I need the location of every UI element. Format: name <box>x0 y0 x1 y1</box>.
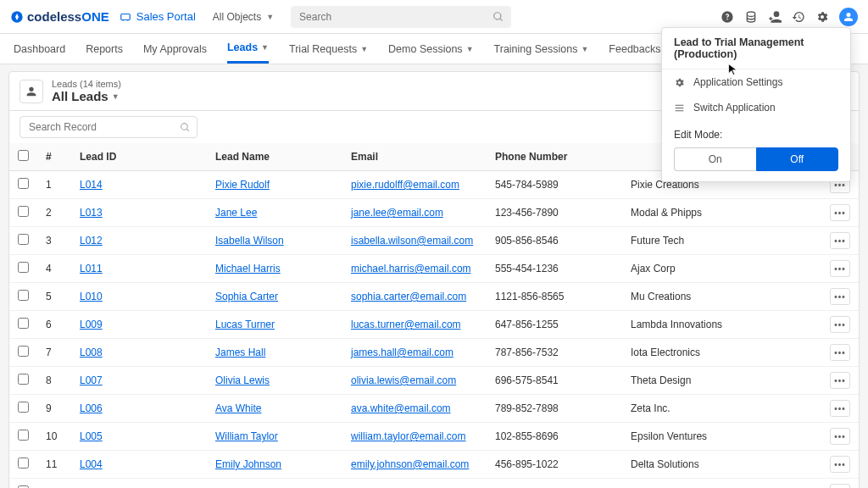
row-actions-button[interactable]: ••• <box>830 232 850 249</box>
user-add-icon[interactable] <box>768 10 782 24</box>
tab-demosessions[interactable]: Demo Sessions ▼ <box>388 34 473 64</box>
col-lead-name[interactable]: Lead Name <box>207 143 342 171</box>
col-phone[interactable]: Phone Number <box>487 143 622 171</box>
switch-app-item[interactable]: Switch Application <box>662 95 850 120</box>
lead-id-link[interactable]: L004 <box>80 458 103 470</box>
global-search-input[interactable] <box>291 6 511 28</box>
lead-email-link[interactable]: lucas.turner@email.com <box>351 319 461 330</box>
lead-company: Epsilon Ventures <box>622 423 821 451</box>
row-checkbox[interactable] <box>18 374 29 385</box>
lead-email-link[interactable]: ava.white@email.com <box>351 402 451 414</box>
lead-id-link[interactable]: L008 <box>80 347 103 358</box>
row-checkbox[interactable] <box>18 206 29 217</box>
lead-phone: 787-856-7532 <box>487 339 622 367</box>
lead-email-link[interactable]: jane.lee@email.com <box>351 207 443 219</box>
row-actions-button[interactable]: ••• <box>830 204 850 221</box>
caret-down-icon: ▼ <box>266 13 274 21</box>
row-actions-button[interactable]: ••• <box>830 316 850 333</box>
tab-trainingsessions[interactable]: Training Sessions ▼ <box>494 34 589 64</box>
row-actions-button[interactable]: ••• <box>830 456 850 473</box>
history-icon[interactable] <box>792 10 805 24</box>
row-number: 3 <box>37 227 71 255</box>
lead-id-link[interactable]: L012 <box>80 235 103 247</box>
row-number: 1 <box>37 171 71 199</box>
lead-name-link[interactable]: William Taylor <box>215 430 278 442</box>
brand-logo[interactable]: codelessONE <box>10 9 109 24</box>
object-selector[interactable]: All Objects ▼ <box>206 11 281 23</box>
page-title[interactable]: All Leads ▼ <box>52 89 121 103</box>
select-all-checkbox[interactable] <box>18 150 29 161</box>
lead-id-link[interactable]: L005 <box>80 430 103 442</box>
tab-myapprovals[interactable]: My Approvals <box>143 34 207 64</box>
lead-email-link[interactable]: pixie.rudolff@email.com <box>351 179 459 191</box>
lead-email-link[interactable]: emily.johnson@email.com <box>351 458 469 470</box>
app-settings-item[interactable]: Application Settings <box>662 69 850 95</box>
table-row: 3L012Isabella Wilsonisabella.wilson@emai… <box>9 227 859 255</box>
tab-leads[interactable]: Leads ▼ <box>227 34 269 64</box>
tab-reports[interactable]: Reports <box>86 34 123 64</box>
row-actions-button[interactable]: ••• <box>830 344 850 361</box>
lead-email-link[interactable]: michael.harris@email.com <box>351 263 471 274</box>
gear-icon[interactable] <box>815 10 829 24</box>
lead-email-link[interactable]: william.taylor@email.com <box>351 430 466 442</box>
lead-id-link[interactable]: L011 <box>80 263 103 274</box>
leads-table: # Lead ID Lead Name Email Phone Number 1… <box>8 143 860 488</box>
database-icon[interactable] <box>744 10 758 24</box>
row-number: 11 <box>37 451 71 479</box>
table-row: 6L009Lucas Turnerlucas.turner@email.com6… <box>9 311 859 339</box>
lead-id-link[interactable]: L009 <box>80 319 103 330</box>
row-actions-button[interactable]: ••• <box>830 484 850 488</box>
help-icon[interactable] <box>721 10 734 24</box>
row-actions-button[interactable]: ••• <box>830 288 850 305</box>
row-checkbox[interactable] <box>18 262 29 273</box>
col-lead-id[interactable]: Lead ID <box>71 143 207 171</box>
tab-dashboard[interactable]: Dashboard <box>14 34 65 64</box>
lead-phone: 905-856-8546 <box>487 227 622 255</box>
lead-company: Gamma Tech <box>622 479 821 489</box>
search-record-input[interactable] <box>19 116 198 138</box>
lead-id-link[interactable]: L007 <box>80 374 103 386</box>
portal-selector[interactable]: Sales Portal <box>120 10 196 23</box>
row-checkbox[interactable] <box>18 402 29 413</box>
row-checkbox[interactable] <box>18 178 29 189</box>
lead-name-link[interactable]: Emily Johnson <box>215 458 281 470</box>
col-number[interactable]: # <box>37 143 71 171</box>
caret-down-icon: ▼ <box>581 45 588 53</box>
lead-email-link[interactable]: olivia.lewis@email.com <box>351 374 456 386</box>
user-avatar[interactable] <box>839 8 858 26</box>
row-checkbox[interactable] <box>18 346 29 357</box>
col-email[interactable]: Email <box>342 143 487 171</box>
lead-id-link[interactable]: L013 <box>80 207 103 219</box>
row-actions-button[interactable]: ••• <box>830 260 850 277</box>
tab-trialrequests[interactable]: Trial Requests ▼ <box>289 34 368 64</box>
row-checkbox[interactable] <box>18 290 29 301</box>
row-actions-button[interactable]: ••• <box>830 372 850 389</box>
person-icon <box>843 12 854 22</box>
row-checkbox[interactable] <box>18 234 29 245</box>
row-checkbox[interactable] <box>18 318 29 329</box>
lead-name-link[interactable]: Lucas Turner <box>215 319 275 330</box>
lead-id-link[interactable]: L010 <box>80 291 103 302</box>
lead-name-link[interactable]: James Hall <box>215 347 265 358</box>
edit-mode-off[interactable]: Off <box>756 147 839 171</box>
lead-name-link[interactable]: Sophia Carter <box>215 291 278 302</box>
lead-name-link[interactable]: Jane Lee <box>215 207 257 219</box>
lead-name-link[interactable]: Michael Harris <box>215 263 281 274</box>
table-row: 4L011Michael Harrismichael.harris@email.… <box>9 255 859 283</box>
lead-name-link[interactable]: Ava White <box>215 402 261 414</box>
lead-name-link[interactable]: Isabella Wilson <box>215 235 284 247</box>
lead-id-link[interactable]: L006 <box>80 402 103 414</box>
lead-email-link[interactable]: sophia.carter@email.com <box>351 291 466 302</box>
lead-name-link[interactable]: Olivia Lewis <box>215 374 270 386</box>
lead-name-link[interactable]: Pixie Rudolf <box>215 179 270 191</box>
lead-company: Modal & Phipps <box>622 199 821 227</box>
row-checkbox[interactable] <box>18 458 29 469</box>
lead-id-link[interactable]: L014 <box>80 179 103 191</box>
edit-mode-on[interactable]: On <box>674 147 756 171</box>
lead-email-link[interactable]: isabella.wilson@email.com <box>351 235 473 247</box>
row-actions-button[interactable]: ••• <box>830 400 850 417</box>
lead-email-link[interactable]: james.hall@email.com <box>351 347 453 358</box>
table-row: 12L003Robert Brownrobert.brown@email.com… <box>9 479 859 489</box>
row-checkbox[interactable] <box>18 430 29 441</box>
row-actions-button[interactable]: ••• <box>830 428 850 445</box>
